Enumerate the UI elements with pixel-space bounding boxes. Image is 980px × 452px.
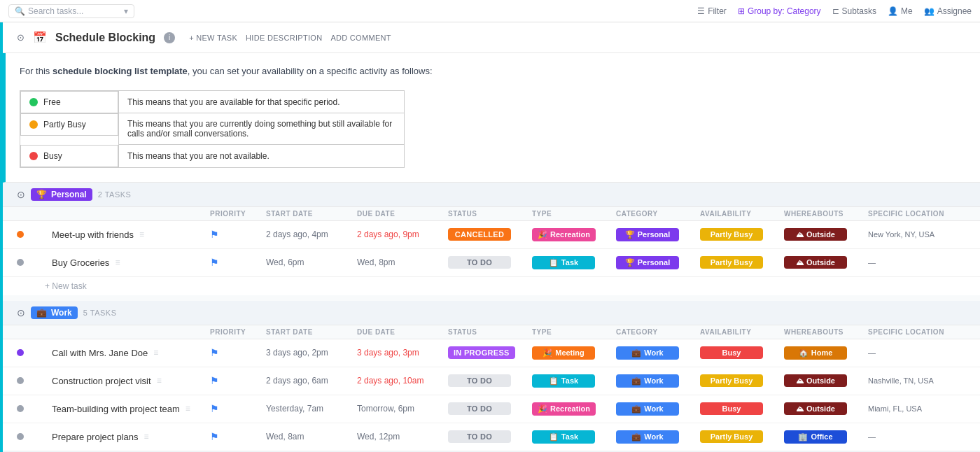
where-meetup[interactable]: ⛰ Outside (784, 228, 868, 241)
group-header-personal: ⊙ 🏆 Personal 2 TASKS (3, 183, 980, 207)
search-icon: 🔍 (15, 6, 25, 16)
assignee-button[interactable]: 👥 Assignee (924, 6, 972, 16)
top-bar-right: ☰ Filter ⊞ Group by: Category ⊏ Subtasks… (697, 6, 972, 16)
partlybusy-dot (29, 120, 38, 129)
category-call[interactable]: 💼 Work (616, 346, 700, 360)
task-name-call[interactable]: Call with Mrs. Jane Doe ≡ (52, 348, 210, 358)
page-icon: 📅 (33, 31, 47, 44)
status-plans[interactable]: TO DO (448, 430, 532, 443)
type-teambuilding[interactable]: 🎉 Recreation (532, 402, 616, 416)
add-comment-button[interactable]: ADD COMMENT (330, 34, 391, 42)
priority-teambuilding[interactable]: ⚑ (210, 403, 266, 414)
where-call[interactable]: 🏠 Home (784, 346, 868, 360)
groupby-button[interactable]: ⊞ Group by: Category (738, 6, 821, 16)
type-call[interactable]: 🎉 Meeting (532, 346, 616, 360)
where-construction[interactable]: ⛰ Outside (784, 374, 868, 387)
task-dot-construction (17, 376, 52, 386)
category-construction[interactable]: 💼 Work (616, 374, 700, 388)
avail-row-free: Free This means that you are available f… (20, 90, 405, 113)
task-row-groceries: Buy Groceries ≡ ⚑ Wed, 6pm Wed, 8pm TO D… (3, 249, 980, 277)
priority-construction[interactable]: ⚑ (210, 375, 266, 386)
info-icon[interactable]: i (164, 32, 175, 43)
col-category: CATEGORY (616, 210, 700, 218)
collapse-icon[interactable]: ⊙ (17, 32, 24, 43)
col-availability: AVAILABILITY (700, 210, 784, 218)
task-drag-groceries[interactable]: ≡ (115, 257, 120, 267)
personal-cat-icon2: 🏆 (625, 258, 635, 267)
task-dot-call (17, 348, 52, 358)
task-name-construction[interactable]: Construction project visit ≡ (52, 376, 210, 386)
group-collapse-personal[interactable]: ⊙ (17, 189, 25, 200)
priority-groceries[interactable]: ⚑ (210, 257, 266, 268)
add-task-personal[interactable]: + New task (3, 277, 980, 295)
work-cat-icon-call: 💼 (631, 348, 641, 358)
task-drag-plans[interactable]: ≡ (144, 432, 149, 442)
task-drag-call[interactable]: ≡ (153, 348, 158, 358)
status-meetup[interactable]: CANCELLED (448, 228, 532, 241)
task-name-plans[interactable]: Prepare project plans ≡ (52, 432, 210, 442)
avail-groceries[interactable]: Partly Busy (700, 256, 784, 269)
meeting-icon-call: 🎉 (542, 348, 552, 358)
duedate-meetup: 2 days ago, 9pm (357, 229, 448, 239)
duedate-teambuilding: Tomorrow, 6pm (357, 404, 448, 414)
template-name: schedule blocking list template (52, 66, 188, 76)
task-row-construction: Construction project visit ≡ ⚑ 2 days ag… (3, 367, 980, 395)
priority-meetup[interactable]: ⚑ (210, 229, 266, 240)
where-teambuilding[interactable]: ⛰ Outside (784, 402, 868, 415)
description-section: For this schedule blocking list template… (3, 53, 980, 183)
task-drag-construction[interactable]: ≡ (157, 376, 162, 386)
priority-call[interactable]: ⚑ (210, 347, 266, 358)
task-drag-meetup[interactable]: ≡ (139, 229, 144, 239)
type-groceries[interactable]: 📋 Task (532, 256, 616, 269)
task-dot-meetup (17, 229, 52, 240)
duedate-call: 3 days ago, 3pm (357, 348, 448, 358)
col-taskname (52, 210, 210, 218)
status-call[interactable]: IN PROGRESS (448, 346, 532, 359)
subtasks-button[interactable]: ⊏ Subtasks (832, 6, 876, 16)
where-groceries[interactable]: ⛰ Outside (784, 256, 868, 269)
status-groceries[interactable]: TO DO (448, 256, 532, 269)
search-bar[interactable]: 🔍 Search tasks... ▾ (8, 4, 134, 18)
task-drag-teambuilding[interactable]: ≡ (186, 404, 190, 414)
avail-plans[interactable]: Partly Busy (700, 430, 784, 443)
location-teambuilding: Miami, FL, USA (868, 404, 966, 413)
task-name-meetup[interactable]: Meet-up with friends ≡ (52, 229, 210, 240)
type-construction[interactable]: 📋 Task (532, 374, 616, 388)
startdate-groceries: Wed, 6pm (266, 257, 357, 267)
page-title: Schedule Blocking (55, 31, 155, 44)
avail-teambuilding[interactable]: Busy (700, 402, 784, 415)
task-dot-groceries (17, 257, 52, 268)
chevron-down-icon: ▾ (124, 6, 128, 16)
page-header: ⊙ 📅 Schedule Blocking i + NEW TASK HIDE … (3, 22, 980, 53)
outside-icon-meetup: ⛰ (796, 230, 804, 239)
type-meetup[interactable]: 🎉 Recreation (532, 228, 616, 241)
type-plans[interactable]: 📋 Task (532, 430, 616, 444)
status-teambuilding[interactable]: TO DO (448, 402, 532, 415)
avail-call[interactable]: Busy (700, 346, 784, 359)
group-collapse-work[interactable]: ⊙ (17, 307, 25, 318)
task-name-teambuilding[interactable]: Team-building with project team ≡ (52, 404, 210, 414)
category-meetup[interactable]: 🏆 Personal (616, 228, 700, 241)
col-status: STATUS (448, 210, 532, 218)
filter-button[interactable]: ☰ Filter (697, 6, 727, 16)
me-button[interactable]: 👤 Me (888, 6, 913, 16)
avail-construction[interactable]: Partly Busy (700, 374, 784, 387)
header-actions: + NEW TASK HIDE DESCRIPTION ADD COMMENT (189, 34, 391, 42)
task-dot-plans (17, 432, 52, 442)
category-teambuilding[interactable]: 💼 Work (616, 402, 700, 416)
category-groceries[interactable]: 🏆 Personal (616, 256, 700, 269)
status-construction[interactable]: TO DO (448, 374, 532, 387)
col-type: TYPE (532, 210, 616, 218)
person-icon: 👤 (888, 6, 898, 16)
personal-task-count: 2 TASKS (98, 190, 132, 199)
category-plans[interactable]: 💼 Work (616, 430, 700, 444)
hide-description-button[interactable]: HIDE DESCRIPTION (246, 34, 322, 42)
group-badge-personal: 🏆 Personal (31, 188, 92, 201)
task-name-groceries[interactable]: Buy Groceries ≡ (52, 257, 210, 268)
avail-meetup[interactable]: Partly Busy (700, 228, 784, 241)
priority-plans[interactable]: ⚑ (210, 431, 266, 442)
home-icon-call: 🏠 (799, 348, 808, 358)
startdate-plans: Wed, 8am (266, 432, 357, 442)
new-task-button[interactable]: + NEW TASK (189, 34, 237, 42)
where-plans[interactable]: 🏢 Office (784, 430, 868, 444)
